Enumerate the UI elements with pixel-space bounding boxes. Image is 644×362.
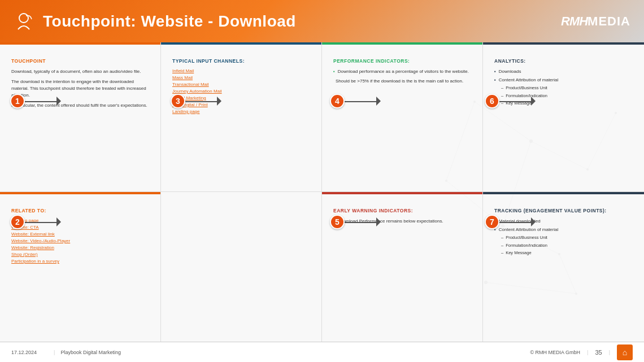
step-4-badge: 4 bbox=[330, 94, 345, 108]
tracking-label: TRACKING (Engagement Value Points): bbox=[494, 208, 635, 213]
typical-input-label: TYPICAL INPUT CHANNELS: bbox=[172, 58, 312, 64]
footer-page: 35 bbox=[595, 349, 602, 356]
slide: Touchpoint: Website - Download RMHMEDIA bbox=[0, 0, 644, 362]
link-digital-marketing[interactable]: Digital Marketing bbox=[172, 95, 312, 101]
link-website-external[interactable]: Website: External link bbox=[11, 232, 151, 237]
bar-touchpoint bbox=[0, 42, 160, 45]
tracking-sub-2: Formulation/Indication bbox=[501, 243, 635, 249]
tracking-content-attribution: Content Attribution of material bbox=[494, 226, 635, 233]
analytics-sub-2: Formulation/Indication bbox=[501, 93, 635, 99]
related-to-items: Landing page Website: CTA Website: Exter… bbox=[11, 218, 151, 264]
link-participation-survey[interactable]: Participation in a survey bbox=[11, 259, 151, 264]
bar-typical-input bbox=[161, 42, 321, 45]
section-performance: PERFORMANCE INDICATORS: Download perform… bbox=[322, 42, 483, 192]
arrow-7-head bbox=[531, 217, 536, 226]
link-infield-mail[interactable]: Infield Mail bbox=[172, 68, 312, 73]
arrow-1-head bbox=[56, 97, 61, 106]
footer-copyright: © RMH MEDIA GmbH bbox=[530, 350, 580, 355]
link-journey-automation[interactable]: Journey Automation Mail bbox=[172, 89, 312, 94]
arrow-1 bbox=[25, 101, 59, 102]
footer-sep-3: | bbox=[609, 350, 610, 355]
bar-early-warning bbox=[322, 192, 482, 194]
bar-performance bbox=[322, 42, 482, 45]
link-non-digital-print[interactable]: Non-Digital / Print bbox=[172, 102, 312, 107]
section-tracking: TRACKING (Engagement Value Points): Mate… bbox=[483, 192, 644, 342]
performance-label: PERFORMANCE INDICATORS: bbox=[333, 58, 473, 64]
header-icon bbox=[14, 10, 36, 33]
link-website-registration[interactable]: Website: Registration bbox=[11, 245, 151, 250]
link-shop-order[interactable]: Shop (Order) bbox=[11, 252, 151, 257]
arrow-3-head bbox=[217, 97, 221, 106]
tracking-sub-3: Key Message bbox=[501, 250, 635, 256]
arrow-6 bbox=[499, 101, 533, 102]
tracking-items: Material downloaded Content Attribution … bbox=[494, 218, 635, 256]
step-3-badge: 3 bbox=[171, 94, 185, 108]
step-1-badge: 1 bbox=[10, 94, 25, 108]
arrow-7 bbox=[499, 222, 533, 223]
touchpoint-label: TOUCHPOINT bbox=[11, 58, 151, 64]
early-warning-items: Download Performance remains below expec… bbox=[333, 218, 473, 224]
logo: RMHMEDIA bbox=[561, 14, 630, 29]
performance-text: Download performance as a percentage of … bbox=[333, 68, 473, 85]
arrow-5 bbox=[345, 222, 378, 223]
link-transactional-mail[interactable]: Transactional Mail bbox=[172, 82, 312, 87]
page-title: Touchpoint: Website - Download bbox=[43, 12, 296, 30]
section-analytics: ANALYTICS: Downloads Content Attribution… bbox=[483, 42, 644, 192]
bar-related bbox=[0, 192, 160, 194]
empty-cell bbox=[161, 192, 322, 342]
arrow-2 bbox=[25, 222, 59, 223]
footer-title: Playbook Digital Marketing bbox=[60, 350, 121, 355]
analytics-downloads: Downloads bbox=[494, 68, 635, 75]
related-to-label: RELATED TO: bbox=[11, 208, 151, 213]
analytics-label: ANALYTICS: bbox=[494, 58, 635, 64]
step-2-badge: 2 bbox=[10, 215, 25, 229]
footer-right: © RMH MEDIA GmbH | 35 | ⌂ bbox=[530, 344, 633, 360]
arrow-5-head bbox=[376, 217, 381, 226]
early-warning-item-1: Download Performance remains below expec… bbox=[333, 218, 473, 224]
arrow-4 bbox=[345, 101, 378, 102]
touchpoint-text: Download, typically of a document, often… bbox=[11, 68, 151, 109]
bar-analytics bbox=[483, 42, 644, 45]
section-early-warning: EARLY WARNING INDICATORS: Download Perfo… bbox=[322, 192, 483, 342]
bar-tracking bbox=[483, 192, 644, 194]
step-7-badge: 7 bbox=[485, 215, 499, 229]
content-grid: 1 2 3 4 5 6 7 bbox=[0, 42, 644, 342]
step-6-badge: 6 bbox=[485, 94, 499, 108]
link-landing-page-input[interactable]: Landing page bbox=[172, 109, 312, 114]
section-touchpoint: TOUCHPOINT Download, typically of a docu… bbox=[0, 42, 161, 192]
arrow-2-head bbox=[56, 217, 61, 226]
link-mass-mail[interactable]: Mass Mail bbox=[172, 75, 312, 80]
arrow-3 bbox=[185, 101, 219, 102]
analytics-content-attribution: Content Attribution of material bbox=[494, 77, 635, 83]
svg-point-0 bbox=[19, 14, 28, 23]
section-related-to: RELATED TO: Landing page Website: CTA We… bbox=[0, 192, 161, 342]
link-website-cta[interactable]: Website: CTA bbox=[11, 225, 151, 230]
home-button[interactable]: ⌂ bbox=[617, 344, 633, 360]
section-typical-input: TYPICAL INPUT CHANNELS: Infield Mail Mas… bbox=[161, 42, 322, 192]
footer-sep-2: | bbox=[587, 350, 588, 355]
performance-bullet-1: Download performance as a percentage of … bbox=[333, 68, 473, 75]
footer-sep-1: | bbox=[54, 350, 55, 355]
footer-date: 17.12.2024 bbox=[11, 350, 37, 355]
footer: 17.12.2024 | Playbook Digital Marketing … bbox=[0, 342, 644, 362]
arrow-6-head bbox=[531, 97, 536, 106]
link-website-video[interactable]: Website: Video-/Audio-Player bbox=[11, 238, 151, 243]
performance-text2: Should be >75% if the download is the is… bbox=[336, 78, 473, 85]
tracking-sub-1: Product/Business Unit bbox=[501, 235, 635, 241]
tracking-material: Material downloaded bbox=[494, 218, 635, 224]
header: Touchpoint: Website - Download RMHMEDIA bbox=[0, 0, 644, 42]
early-warning-label: EARLY WARNING INDICATORS: bbox=[333, 208, 473, 213]
typical-input-items: Infield Mail Mass Mail Transactional Mai… bbox=[172, 68, 312, 114]
analytics-sub-1: Product/Business Unit bbox=[501, 85, 635, 91]
step-5-badge: 5 bbox=[330, 215, 345, 229]
arrow-4-head bbox=[376, 97, 381, 106]
